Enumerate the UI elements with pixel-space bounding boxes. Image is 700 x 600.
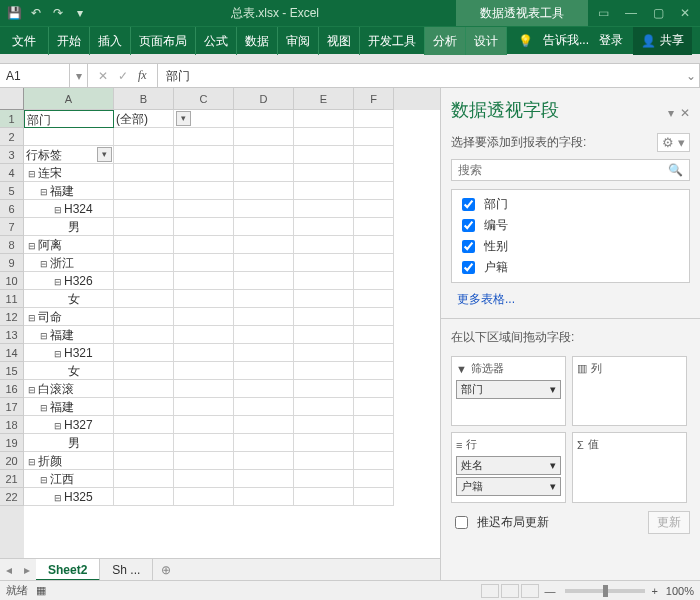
filter-pill[interactable]: 部门▾ <box>456 380 561 399</box>
gear-icon[interactable]: ⚙ ▾ <box>657 133 690 152</box>
cell[interactable]: ⊟H325 <box>24 488 114 506</box>
cell[interactable] <box>114 308 174 326</box>
cell[interactable]: 女 <box>24 362 114 380</box>
row-pill-1[interactable]: 姓名▾ <box>456 456 561 475</box>
cell[interactable] <box>174 182 234 200</box>
cell[interactable] <box>354 290 394 308</box>
cell[interactable] <box>114 344 174 362</box>
cell[interactable] <box>174 488 234 506</box>
cell[interactable] <box>234 254 294 272</box>
collapse-icon[interactable]: ⊟ <box>54 349 62 359</box>
cell[interactable] <box>234 416 294 434</box>
cell[interactable] <box>114 182 174 200</box>
tab-analyze[interactable]: 分析 <box>425 27 466 55</box>
cell[interactable] <box>114 434 174 452</box>
cell[interactable] <box>114 362 174 380</box>
cell[interactable] <box>234 434 294 452</box>
cell[interactable]: ⊟司命 <box>24 308 114 326</box>
cell[interactable] <box>114 146 174 164</box>
cell[interactable] <box>354 398 394 416</box>
cell[interactable] <box>174 254 234 272</box>
col-header-D[interactable]: D <box>234 88 294 110</box>
row-header[interactable]: 6 <box>0 200 24 218</box>
cell[interactable] <box>174 290 234 308</box>
row-header[interactable]: 21 <box>0 470 24 488</box>
collapse-icon[interactable]: ⊟ <box>54 493 62 503</box>
formula-expand-icon[interactable]: ⌄ <box>682 64 700 88</box>
sheet-nav-next-icon[interactable]: ▸ <box>18 563 36 577</box>
cell[interactable] <box>294 434 354 452</box>
cell[interactable] <box>234 200 294 218</box>
cell[interactable] <box>114 236 174 254</box>
tab-data[interactable]: 数据 <box>237 27 278 55</box>
macro-record-icon[interactable]: ▦ <box>36 584 46 597</box>
cell[interactable] <box>234 470 294 488</box>
signin[interactable]: 登录 <box>599 32 623 49</box>
defer-checkbox[interactable] <box>455 516 468 529</box>
cell[interactable] <box>354 200 394 218</box>
tab-pagelayout[interactable]: 页面布局 <box>131 27 196 55</box>
row-header[interactable]: 3 <box>0 146 24 164</box>
area-filters[interactable]: ▼筛选器 部门▾ <box>451 356 566 426</box>
cell[interactable] <box>294 164 354 182</box>
cell[interactable] <box>294 344 354 362</box>
col-header-E[interactable]: E <box>294 88 354 110</box>
cell[interactable] <box>294 326 354 344</box>
cell[interactable] <box>234 218 294 236</box>
cell[interactable]: ⊟福建 <box>24 398 114 416</box>
zoom-level[interactable]: 100% <box>666 585 694 597</box>
field-item[interactable]: 部门 <box>452 194 689 215</box>
tell-me[interactable]: 告诉我... <box>543 32 589 49</box>
cell[interactable] <box>234 488 294 506</box>
area-rows[interactable]: ≡行 姓名▾ 户籍▾ <box>451 432 566 503</box>
close-icon[interactable]: ✕ <box>680 6 690 20</box>
cell[interactable] <box>354 326 394 344</box>
cell[interactable] <box>354 236 394 254</box>
col-header-F[interactable]: F <box>354 88 394 110</box>
formula-input[interactable]: 部门 <box>157 64 682 88</box>
cell[interactable] <box>354 344 394 362</box>
collapse-icon[interactable]: ⊟ <box>28 457 36 467</box>
cell[interactable] <box>174 344 234 362</box>
cell[interactable] <box>174 452 234 470</box>
cell[interactable] <box>234 146 294 164</box>
tab-developer[interactable]: 开发工具 <box>360 27 425 55</box>
fx-label[interactable]: fx <box>138 68 147 83</box>
cell[interactable] <box>174 398 234 416</box>
cell[interactable] <box>114 470 174 488</box>
collapse-icon[interactable]: ⊟ <box>28 313 36 323</box>
cell[interactable]: (全部) <box>114 110 174 128</box>
search-icon[interactable]: 🔍 <box>662 160 689 180</box>
row-header[interactable]: 19 <box>0 434 24 452</box>
cell[interactable] <box>174 236 234 254</box>
cell[interactable] <box>174 326 234 344</box>
cell[interactable]: ⊟H324 <box>24 200 114 218</box>
cell[interactable] <box>114 128 174 146</box>
tab-insert[interactable]: 插入 <box>90 27 131 55</box>
cell[interactable] <box>294 146 354 164</box>
tab-design[interactable]: 设计 <box>466 27 507 55</box>
collapse-icon[interactable]: ⊟ <box>28 241 36 251</box>
cell[interactable] <box>354 164 394 182</box>
cell[interactable] <box>114 218 174 236</box>
collapse-icon[interactable]: ⊟ <box>40 187 48 197</box>
row-header[interactable]: 4 <box>0 164 24 182</box>
cell[interactable]: ⊟折颜 <box>24 452 114 470</box>
cell[interactable] <box>234 182 294 200</box>
cell[interactable] <box>354 146 394 164</box>
view-pagebreak-icon[interactable] <box>521 584 539 598</box>
cell[interactable] <box>234 362 294 380</box>
cell[interactable] <box>174 218 234 236</box>
cell[interactable] <box>354 218 394 236</box>
cell[interactable]: ⊟浙江 <box>24 254 114 272</box>
row-header[interactable]: 13 <box>0 326 24 344</box>
cell[interactable] <box>234 128 294 146</box>
cell[interactable] <box>114 380 174 398</box>
cell[interactable] <box>234 110 294 128</box>
ribbon-collapsed-bar[interactable] <box>0 54 700 64</box>
field-checkbox[interactable] <box>462 219 475 232</box>
cell[interactable]: ⊟阿离 <box>24 236 114 254</box>
cell[interactable] <box>354 254 394 272</box>
zoom-slider[interactable] <box>565 589 645 593</box>
tab-review[interactable]: 审阅 <box>278 27 319 55</box>
